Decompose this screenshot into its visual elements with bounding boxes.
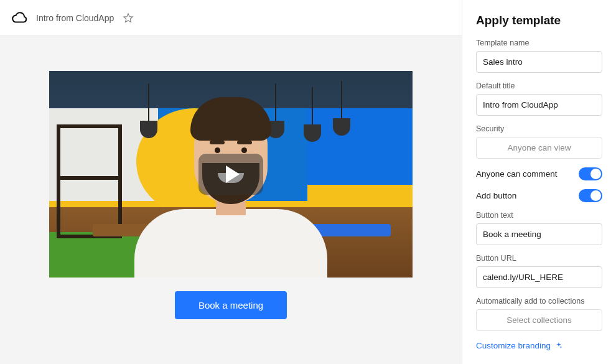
customize-branding-link[interactable]: Customize branding [476,341,602,350]
settings-sidebar: Apply template Template name Default tit… [462,0,616,364]
security-select[interactable]: Anyone can view [476,137,602,159]
default-title-field: Default title [476,82,602,116]
security-field: Security Anyone can view [476,124,602,159]
comment-toggle[interactable] [579,167,602,180]
play-icon [226,166,240,183]
header-bar: Intro from CloudApp [0,0,462,36]
button-text-input[interactable] [476,223,602,245]
collections-field: Automatically add to collections Select … [476,297,602,331]
comment-toggle-label: Anyone can comment [476,169,558,179]
default-title-input[interactable] [476,94,602,116]
button-text-field: Button text [476,211,602,245]
add-button-toggle-label: Add button [476,191,516,200]
customize-branding-label: Customize branding [476,341,551,350]
template-name-field: Template name [476,39,602,73]
sidebar-heading: Apply template [476,14,602,27]
favorite-star-icon[interactable] [123,12,134,24]
presenter-figure [134,116,327,278]
button-text-label: Button text [476,211,602,220]
template-name-input[interactable] [476,51,602,73]
security-label: Security [476,124,602,133]
preview-canvas: Book a meeting [0,36,462,364]
button-url-label: Button URL [476,254,602,263]
button-url-input[interactable] [476,266,602,288]
page-title: Intro from CloudApp [36,13,114,23]
app-logo [11,10,27,26]
play-button[interactable] [198,154,263,195]
cta-button[interactable]: Book a meeting [175,291,287,319]
comment-toggle-row: Anyone can comment [476,167,602,180]
video-thumbnail[interactable] [49,71,413,278]
default-title-label: Default title [476,82,602,90]
main-area: Intro from CloudApp [0,0,462,364]
template-name-label: Template name [476,39,602,47]
add-button-toggle-row: Add button [476,189,602,202]
collections-label: Automatically add to collections [476,297,602,306]
button-url-field: Button URL [476,254,602,288]
add-button-toggle[interactable] [579,189,602,202]
cloud-icon [11,10,27,26]
collections-select[interactable]: Select collections [476,309,602,331]
sparkle-icon [554,342,563,350]
